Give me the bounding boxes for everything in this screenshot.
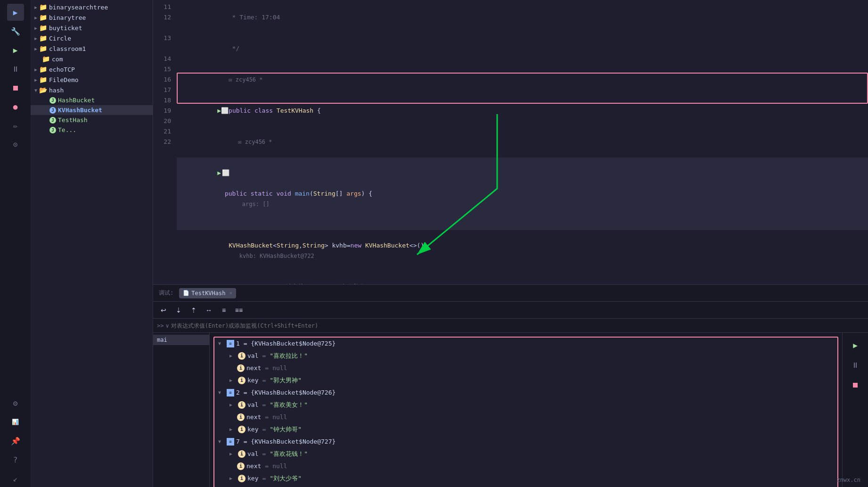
expand-icon: ▶	[229, 400, 236, 410]
code-line-annotation1: ✉ zcy456 *	[177, 64, 868, 95]
tree-item-more[interactable]: J Te...	[31, 125, 153, 135]
watermark: znwx.cn	[836, 477, 860, 483]
expand-icon: ▶	[229, 351, 236, 361]
tree-item-hash[interactable]: ▼ 📂 hash	[31, 85, 153, 95]
var-row-1-val[interactable]: ▶ i val = "喜欢拉比！"	[214, 350, 837, 362]
right-debug-nav: ▶ ⏸ ⏹	[842, 333, 868, 487]
tree-item-binarysearchtree[interactable]: ▶ 📁 binarysearchtree	[31, 2, 153, 12]
chevron-right-icon: ▶	[34, 46, 37, 51]
circle-icon[interactable]: ●	[7, 98, 24, 115]
info-icon: i	[238, 475, 246, 482]
expand-icon: >>	[157, 322, 164, 329]
code-line-16: kvhb.put( key: "钟大帅哥", val: "喜欢美女！");	[177, 272, 868, 284]
var-row-1-key[interactable]: ▶ i key = "郭大男神"	[214, 374, 837, 387]
code-editor[interactable]: * Time: 17:04 */ ✉ zcy456 * ▶⬜public cla…	[177, 0, 868, 284]
step-over-button[interactable]: ⇣	[172, 304, 185, 317]
var-row-7-key[interactable]: ▶ i key = "刘大少爷"	[214, 472, 837, 485]
camera-icon[interactable]: ⊙	[7, 136, 24, 153]
graph-icon[interactable]: 📊	[7, 413, 24, 430]
threads-button[interactable]: ≡≡	[232, 304, 246, 317]
var-row-1-header[interactable]: ▼ ≡ 1 = {KVHashBucket$Node@725}	[214, 338, 837, 350]
collapse-icon: ▼	[218, 437, 225, 446]
frames-panel: mai	[153, 333, 210, 487]
tree-item-circle[interactable]: ▶ 📁 Circle	[31, 33, 153, 43]
debug-run-icon[interactable]: ▶	[7, 41, 24, 58]
tree-item-buyticket[interactable]: ▶ 📁 buyticket	[31, 23, 153, 33]
var-row-7-next[interactable]: i next = null	[214, 460, 837, 472]
collapse-icon: ∨	[165, 322, 169, 329]
step-out-button[interactable]: ↔	[202, 304, 215, 317]
wrench-icon[interactable]: 🔧	[7, 23, 24, 40]
code-line-11: * Time: 17:04	[177, 2, 868, 33]
help-icon[interactable]: ?	[7, 451, 24, 468]
variables-panel: ▼ ≡ 1 = {KVHashBucket$Node@725} ▶ i val …	[210, 333, 842, 487]
chevron-right-icon: ▶	[34, 36, 37, 41]
close-icon[interactable]: ✕	[229, 290, 232, 296]
list-icon: ≡	[227, 438, 234, 446]
tree-item-com[interactable]: 📁 com	[31, 54, 153, 64]
var-row-usesize[interactable]: ▶ i useSize = 3	[214, 485, 837, 487]
expand-icon: ▶	[229, 425, 236, 434]
frame-item-main[interactable]: mai	[153, 335, 209, 345]
tree-item-classroom1[interactable]: ▶ 📁 classroom1	[31, 43, 153, 54]
var-row-2-header[interactable]: ▼ ≡ 2 = {KVHashBucket$Node@726}	[214, 387, 837, 399]
stop-debug-icon[interactable]: ⏹	[847, 376, 864, 393]
debug-toolbar: ↩ ⇣ ⇡ ↔ ≡ ≡≡	[153, 302, 868, 319]
java-file-icon: J	[49, 127, 56, 133]
folder-icon: 📁	[39, 45, 47, 52]
folder-icon: 📁	[39, 24, 47, 32]
debug-content: mai ▼ ≡ 1 = {KVHashBucket$Node@725} ▶ i …	[153, 333, 868, 487]
info-icon: i	[238, 450, 246, 458]
pause-debug-icon[interactable]: ⏸	[847, 356, 864, 373]
collapse-icon: ▼	[218, 339, 225, 348]
rerun-button[interactable]: ↩	[157, 304, 170, 317]
file-tree: ▶ 📁 binarysearchtree ▶ 📁 binarytree ▶ 📁 …	[31, 0, 153, 487]
code-line-15: KVHashBucket<String,String> kvhb=new KVH…	[177, 230, 868, 272]
brush-icon[interactable]: ✏	[7, 117, 24, 134]
run-icon[interactable]: ▶	[7, 4, 24, 21]
var-row-7-val[interactable]: ▶ i val = "喜欢花钱！"	[214, 448, 837, 460]
info-icon: i	[237, 462, 245, 470]
code-line-14: ▶⬜ public static void main(String[] args…	[177, 157, 868, 230]
info-icon: i	[238, 352, 246, 360]
pause-icon[interactable]: ⏸	[7, 60, 24, 77]
folder-icon: 📁	[39, 3, 47, 11]
expression-input[interactable]	[171, 322, 864, 329]
list-icon: ≡	[227, 389, 234, 396]
tree-item-testhash[interactable]: J TestHash	[31, 115, 153, 125]
bottom-arrow-icon[interactable]: ↙	[7, 470, 24, 487]
debug-tab-testkvhash[interactable]: 📄 TestKVHash ✕	[179, 288, 236, 298]
var-row-2-val[interactable]: ▶ i val = "喜欢美女！"	[214, 399, 837, 411]
stop-icon[interactable]: ⏹	[7, 79, 24, 96]
folder-icon: 📁	[39, 76, 47, 83]
folder-icon: 📁	[39, 66, 47, 73]
debug-label: 调试:	[157, 289, 175, 297]
tree-item-binarytree[interactable]: ▶ 📁 binarytree	[31, 12, 153, 23]
tree-item-echoTCP[interactable]: ▶ 📁 echoTCP	[31, 64, 153, 74]
info-icon: i	[237, 364, 245, 372]
run-debug-icon[interactable]: ▶	[847, 337, 864, 354]
chevron-right-icon: ▶	[34, 67, 37, 72]
chevron-right-icon: ▶	[34, 15, 37, 20]
pin-icon[interactable]: 📌	[7, 432, 24, 449]
java-file-icon: J	[49, 97, 56, 104]
frames-button[interactable]: ≡	[217, 304, 230, 317]
expand-icon: ▶	[229, 376, 236, 385]
tree-item-hashbucket[interactable]: J HashBucket	[31, 95, 153, 105]
chevron-down-icon: ▼	[34, 88, 37, 93]
code-line-13: ▶⬜public class TestKVHash {	[177, 95, 868, 126]
var-row-1-next[interactable]: i next = null	[214, 362, 837, 374]
gear-icon[interactable]: ⚙	[7, 395, 24, 412]
tree-item-kvhashbucket[interactable]: J KVHashBucket	[31, 105, 153, 115]
chevron-right-icon: ▶	[34, 25, 37, 31]
info-icon: i	[237, 413, 245, 421]
var-row-2-next[interactable]: i next = null	[214, 411, 837, 423]
line-numbers: 11 12 13 14 15 16 17 18 19 20 21 22	[153, 0, 177, 284]
var-row-2-key[interactable]: ▶ i key = "钟大帅哥"	[214, 423, 837, 436]
var-row-7-header[interactable]: ▼ ≡ 7 = {KVHashBucket$Node@727}	[214, 436, 837, 448]
step-into-button[interactable]: ⇡	[187, 304, 200, 317]
tree-item-filedemo[interactable]: ▶ 📁 FileDemo	[31, 74, 153, 85]
java-file-icon: J	[49, 117, 56, 124]
folder-open-icon: 📂	[39, 86, 47, 94]
main-content: 11 12 13 14 15 16 17 18 19 20 21 22 *	[153, 0, 868, 487]
